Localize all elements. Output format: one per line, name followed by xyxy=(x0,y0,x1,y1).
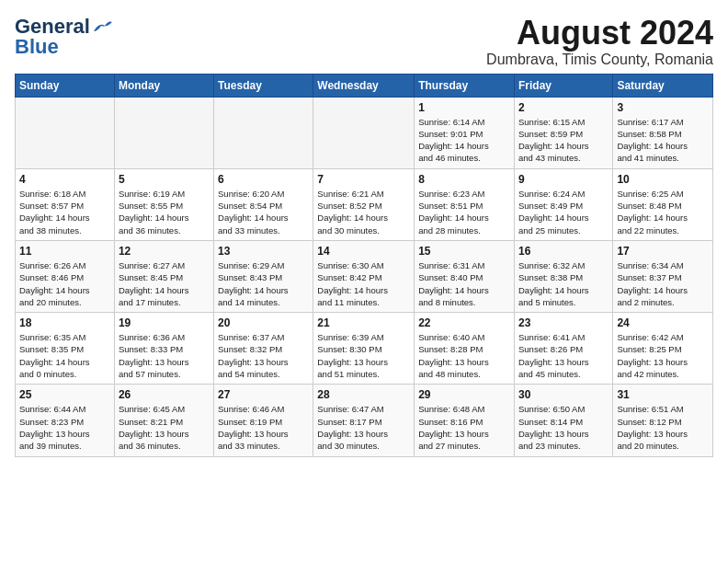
calendar-cell: 26Sunrise: 6:45 AMSunset: 8:21 PMDayligh… xyxy=(114,385,213,456)
day-info: Sunrise: 6:21 AMSunset: 8:52 PMDaylight:… xyxy=(317,188,410,236)
day-number: 7 xyxy=(317,173,410,186)
calendar-cell xyxy=(313,97,415,168)
day-info: Sunrise: 6:14 AMSunset: 9:01 PMDaylight:… xyxy=(418,116,510,165)
day-number: 18 xyxy=(19,316,110,329)
day-info: Sunrise: 6:27 AMSunset: 8:45 PMDaylight:… xyxy=(119,259,210,308)
calendar-cell: 6Sunrise: 6:20 AMSunset: 8:54 PMDaylight… xyxy=(214,168,313,240)
calendar-table: SundayMondayTuesdayWednesdayThursdayFrid… xyxy=(15,74,713,457)
calendar-cell: 13Sunrise: 6:29 AMSunset: 8:43 PMDayligh… xyxy=(214,240,313,312)
week-row-2: 4Sunrise: 6:18 AMSunset: 8:57 PMDaylight… xyxy=(16,168,713,240)
calendar-cell: 21Sunrise: 6:39 AMSunset: 8:30 PMDayligh… xyxy=(313,313,415,385)
day-number: 9 xyxy=(518,173,609,186)
week-row-1: 1Sunrise: 6:14 AMSunset: 9:01 PMDaylight… xyxy=(16,97,713,168)
day-number: 25 xyxy=(19,388,110,401)
calendar-cell xyxy=(16,97,115,168)
day-number: 26 xyxy=(119,388,210,401)
day-info: Sunrise: 6:36 AMSunset: 8:33 PMDaylight:… xyxy=(119,331,210,380)
calendar-cell: 9Sunrise: 6:24 AMSunset: 8:49 PMDaylight… xyxy=(514,168,612,240)
calendar-cell: 28Sunrise: 6:47 AMSunset: 8:17 PMDayligh… xyxy=(313,385,415,456)
calendar-cell: 5Sunrise: 6:19 AMSunset: 8:55 PMDaylight… xyxy=(114,168,213,240)
day-number: 12 xyxy=(119,245,210,258)
calendar-cell: 2Sunrise: 6:15 AMSunset: 8:59 PMDaylight… xyxy=(514,97,612,168)
day-info: Sunrise: 6:37 AMSunset: 8:32 PMDaylight:… xyxy=(218,331,309,380)
day-info: Sunrise: 6:46 AMSunset: 8:19 PMDaylight:… xyxy=(218,403,309,452)
day-info: Sunrise: 6:24 AMSunset: 8:49 PMDaylight:… xyxy=(518,188,609,236)
day-info: Sunrise: 6:51 AMSunset: 8:12 PMDaylight:… xyxy=(617,403,709,452)
day-number: 4 xyxy=(19,173,110,186)
day-number: 16 xyxy=(518,245,609,258)
week-row-5: 25Sunrise: 6:44 AMSunset: 8:23 PMDayligh… xyxy=(16,385,713,456)
day-number: 28 xyxy=(317,388,410,401)
weekday-header-thursday: Thursday xyxy=(415,74,515,97)
calendar-cell: 20Sunrise: 6:37 AMSunset: 8:32 PMDayligh… xyxy=(214,313,313,385)
day-number: 10 xyxy=(617,173,709,186)
day-info: Sunrise: 6:47 AMSunset: 8:17 PMDaylight:… xyxy=(317,403,410,452)
weekday-header-sunday: Sunday xyxy=(16,74,115,97)
calendar-cell: 4Sunrise: 6:18 AMSunset: 8:57 PMDaylight… xyxy=(16,168,115,240)
calendar-cell: 30Sunrise: 6:50 AMSunset: 8:14 PMDayligh… xyxy=(514,385,612,456)
day-info: Sunrise: 6:17 AMSunset: 8:58 PMDaylight:… xyxy=(617,116,709,165)
day-info: Sunrise: 6:19 AMSunset: 8:55 PMDaylight:… xyxy=(119,188,210,236)
logo-blue: Blue xyxy=(15,35,59,59)
day-number: 20 xyxy=(218,316,309,329)
day-info: Sunrise: 6:18 AMSunset: 8:57 PMDaylight:… xyxy=(19,188,110,236)
day-info: Sunrise: 6:44 AMSunset: 8:23 PMDaylight:… xyxy=(19,403,110,452)
day-info: Sunrise: 6:26 AMSunset: 8:46 PMDaylight:… xyxy=(19,259,110,308)
logo-bird-icon xyxy=(92,18,112,35)
weekday-header-row: SundayMondayTuesdayWednesdayThursdayFrid… xyxy=(16,74,713,97)
calendar-subtitle: Dumbrava, Timis County, Romania xyxy=(486,52,713,68)
calendar-cell xyxy=(214,97,313,168)
day-number: 8 xyxy=(418,173,510,186)
day-number: 24 xyxy=(617,316,709,329)
calendar-title: August 2024 xyxy=(486,15,713,52)
day-info: Sunrise: 6:29 AMSunset: 8:43 PMDaylight:… xyxy=(218,259,309,308)
calendar-cell: 11Sunrise: 6:26 AMSunset: 8:46 PMDayligh… xyxy=(16,240,115,312)
calendar-cell: 23Sunrise: 6:41 AMSunset: 8:26 PMDayligh… xyxy=(514,313,612,385)
day-number: 1 xyxy=(418,101,510,114)
day-number: 29 xyxy=(418,388,510,401)
day-info: Sunrise: 6:40 AMSunset: 8:28 PMDaylight:… xyxy=(418,331,510,380)
page-header: General Blue August 2024 Dumbrava, Timis… xyxy=(15,15,713,68)
day-info: Sunrise: 6:45 AMSunset: 8:21 PMDaylight:… xyxy=(119,403,210,452)
calendar-cell: 18Sunrise: 6:35 AMSunset: 8:35 PMDayligh… xyxy=(16,313,115,385)
calendar-cell: 3Sunrise: 6:17 AMSunset: 8:58 PMDaylight… xyxy=(613,97,713,168)
calendar-cell: 29Sunrise: 6:48 AMSunset: 8:16 PMDayligh… xyxy=(415,385,515,456)
day-number: 2 xyxy=(518,101,609,114)
day-number: 22 xyxy=(418,316,510,329)
day-info: Sunrise: 6:34 AMSunset: 8:37 PMDaylight:… xyxy=(617,259,709,308)
day-number: 6 xyxy=(218,173,309,186)
day-number: 5 xyxy=(119,173,210,186)
day-number: 14 xyxy=(317,245,410,258)
logo: General Blue xyxy=(15,15,112,59)
calendar-cell: 19Sunrise: 6:36 AMSunset: 8:33 PMDayligh… xyxy=(114,313,213,385)
title-area: August 2024 Dumbrava, Timis County, Roma… xyxy=(486,15,713,68)
day-number: 15 xyxy=(418,245,510,258)
calendar-cell: 10Sunrise: 6:25 AMSunset: 8:48 PMDayligh… xyxy=(613,168,713,240)
day-number: 27 xyxy=(218,388,309,401)
weekday-header-tuesday: Tuesday xyxy=(214,74,313,97)
calendar-cell: 8Sunrise: 6:23 AMSunset: 8:51 PMDaylight… xyxy=(415,168,515,240)
calendar-cell: 14Sunrise: 6:30 AMSunset: 8:42 PMDayligh… xyxy=(313,240,415,312)
day-info: Sunrise: 6:39 AMSunset: 8:30 PMDaylight:… xyxy=(317,331,410,380)
day-info: Sunrise: 6:42 AMSunset: 8:25 PMDaylight:… xyxy=(617,331,709,380)
day-info: Sunrise: 6:25 AMSunset: 8:48 PMDaylight:… xyxy=(617,188,709,236)
day-info: Sunrise: 6:35 AMSunset: 8:35 PMDaylight:… xyxy=(19,331,110,380)
day-info: Sunrise: 6:41 AMSunset: 8:26 PMDaylight:… xyxy=(518,331,609,380)
day-number: 3 xyxy=(617,101,709,114)
day-info: Sunrise: 6:23 AMSunset: 8:51 PMDaylight:… xyxy=(418,188,510,236)
calendar-cell: 31Sunrise: 6:51 AMSunset: 8:12 PMDayligh… xyxy=(613,385,713,456)
day-number: 17 xyxy=(617,245,709,258)
calendar-cell: 17Sunrise: 6:34 AMSunset: 8:37 PMDayligh… xyxy=(613,240,713,312)
day-number: 11 xyxy=(19,245,110,258)
week-row-4: 18Sunrise: 6:35 AMSunset: 8:35 PMDayligh… xyxy=(16,313,713,385)
day-number: 13 xyxy=(218,245,309,258)
week-row-3: 11Sunrise: 6:26 AMSunset: 8:46 PMDayligh… xyxy=(16,240,713,312)
calendar-cell: 22Sunrise: 6:40 AMSunset: 8:28 PMDayligh… xyxy=(415,313,515,385)
day-number: 31 xyxy=(617,388,709,401)
calendar-cell: 24Sunrise: 6:42 AMSunset: 8:25 PMDayligh… xyxy=(613,313,713,385)
weekday-header-saturday: Saturday xyxy=(613,74,713,97)
day-info: Sunrise: 6:48 AMSunset: 8:16 PMDaylight:… xyxy=(418,403,510,452)
calendar-cell: 15Sunrise: 6:31 AMSunset: 8:40 PMDayligh… xyxy=(415,240,515,312)
day-info: Sunrise: 6:15 AMSunset: 8:59 PMDaylight:… xyxy=(518,116,609,165)
day-number: 21 xyxy=(317,316,410,329)
